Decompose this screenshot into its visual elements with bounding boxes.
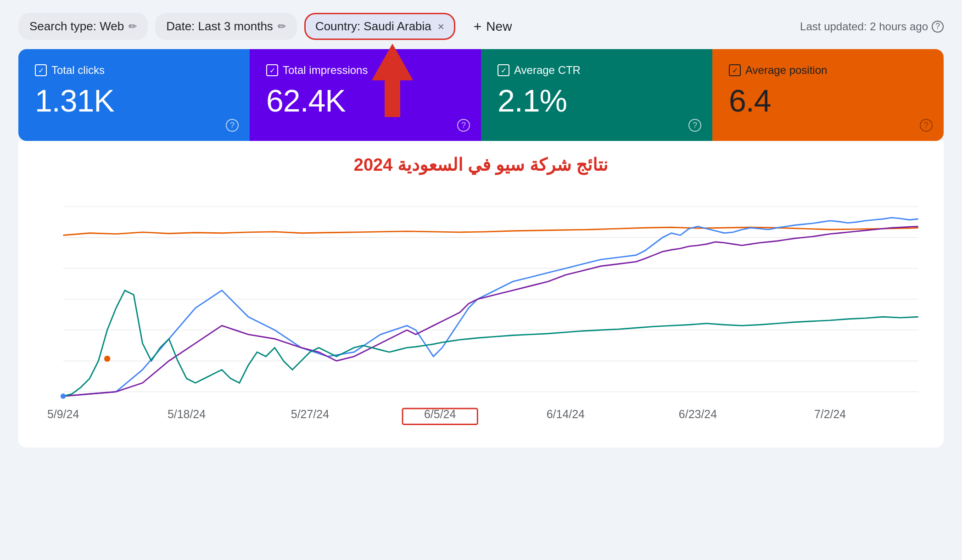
date-edit-icon: ✏ (278, 21, 286, 33)
chart-svg-wrapper: 5/9/24 5/18/24 5/27/24 6/5/24 6/14/24 6/… (37, 189, 925, 429)
average-position-value: 6.4 (729, 85, 927, 116)
page-wrapper: Search type: Web ✏ Date: Last 3 months ✏… (0, 0, 962, 560)
total-clicks-label: Total clicks (51, 64, 105, 77)
average-ctr-label: Average CTR (514, 64, 581, 77)
svg-point-8 (104, 356, 110, 362)
metric-card-average-ctr[interactable]: ✓ Average CTR 2.1% ? (481, 49, 712, 141)
search-type-edit-icon: ✏ (129, 21, 137, 33)
svg-text:6/5/24: 6/5/24 (424, 408, 456, 420)
average-position-checkbox[interactable]: ✓ (729, 64, 741, 76)
average-ctr-help-icon[interactable]: ? (688, 119, 701, 132)
average-ctr-label-row: ✓ Average CTR (498, 64, 696, 77)
new-filter-button[interactable]: + New (466, 14, 520, 39)
performance-chart: 5/9/24 5/18/24 5/27/24 6/5/24 6/14/24 6/… (37, 189, 925, 427)
date-label: Date: Last 3 months (166, 19, 273, 34)
total-clicks-checkbox[interactable]: ✓ (35, 64, 47, 76)
total-impressions-label: Total impressions (283, 64, 368, 77)
total-impressions-value: 62.4K (266, 85, 464, 116)
country-label: Country: Saudi Arabia (315, 19, 431, 34)
total-impressions-label-row: ✓ Total impressions (266, 64, 464, 77)
date-filter[interactable]: Date: Last 3 months ✏ (155, 13, 297, 40)
svg-point-17 (61, 393, 66, 399)
search-type-filter[interactable]: Search type: Web ✏ (18, 13, 148, 40)
svg-marker-0 (372, 44, 413, 117)
svg-text:5/18/24: 5/18/24 (168, 408, 206, 420)
red-arrow (372, 44, 413, 119)
chart-title: نتائج شركة سيو في السعودية 2024 (37, 155, 925, 175)
last-updated: Last updated: 2 hours ago ? (800, 20, 944, 33)
last-updated-text: Last updated: 2 hours ago (800, 20, 928, 33)
search-type-label: Search type: Web (29, 19, 124, 34)
new-button-label: New (486, 19, 512, 34)
average-position-help-icon[interactable]: ? (920, 119, 933, 132)
svg-text:7/2/24: 7/2/24 (814, 408, 846, 420)
country-close-icon[interactable]: × (438, 20, 444, 33)
chart-container: نتائج شركة سيو في السعودية 2024 (18, 141, 944, 448)
total-impressions-help-icon[interactable]: ? (457, 119, 470, 132)
filter-bar: Search type: Web ✏ Date: Last 3 months ✏… (18, 13, 944, 40)
total-clicks-label-row: ✓ Total clicks (35, 64, 233, 77)
metrics-row: ✓ Total clicks 1.31K ? ✓ Total impressio… (18, 49, 944, 141)
metric-card-total-clicks[interactable]: ✓ Total clicks 1.31K ? (18, 49, 250, 141)
total-clicks-value: 1.31K (35, 85, 233, 116)
metric-card-average-position[interactable]: ✓ Average position 6.4 ? (712, 49, 944, 141)
svg-text:6/23/24: 6/23/24 (679, 408, 717, 420)
average-position-label: Average position (745, 64, 827, 77)
svg-text:5/9/24: 5/9/24 (47, 408, 79, 420)
plus-icon: + (474, 19, 482, 34)
svg-text:5/27/24: 5/27/24 (291, 408, 329, 420)
average-ctr-value: 2.1% (498, 85, 696, 116)
metric-card-total-impressions[interactable]: ✓ Total impressions 62.4K ? (250, 49, 481, 141)
total-impressions-checkbox[interactable]: ✓ (266, 64, 278, 76)
average-position-label-row: ✓ Average position (729, 64, 927, 77)
country-filter[interactable]: Country: Saudi Arabia × (304, 13, 455, 40)
last-updated-help-icon[interactable]: ? (932, 21, 944, 33)
average-ctr-checkbox[interactable]: ✓ (498, 64, 509, 76)
total-clicks-help-icon[interactable]: ? (226, 119, 239, 132)
svg-text:6/14/24: 6/14/24 (547, 408, 585, 420)
